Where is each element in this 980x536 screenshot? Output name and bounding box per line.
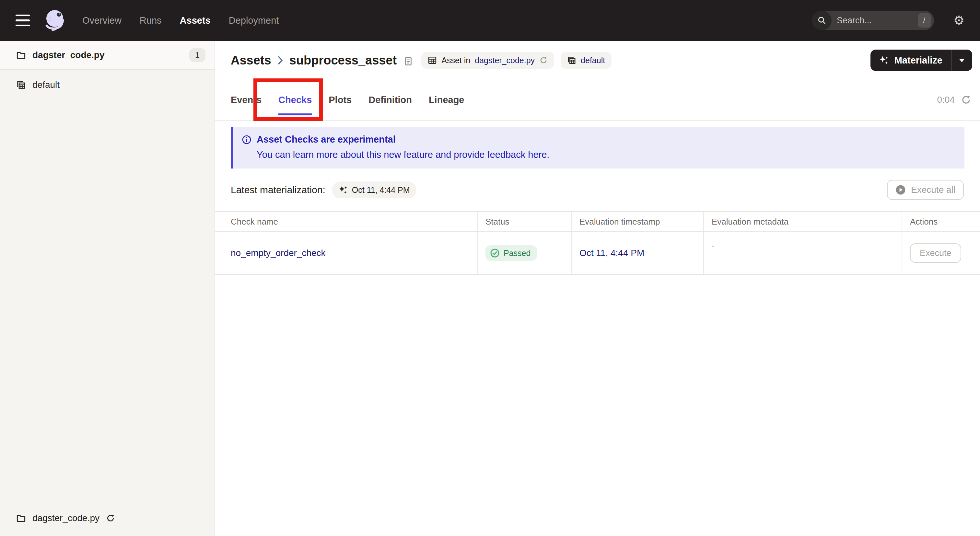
breadcrumb: Assets subprocess_asset [231, 54, 397, 67]
sidebar-item-label: default [32, 80, 60, 90]
asset-header: Assets subprocess_asset [215, 41, 980, 80]
banner-title-row: Asset Checks are experimental [242, 134, 954, 145]
settings-gear-icon[interactable]: ⚙ [953, 14, 964, 27]
execute-all-button[interactable]: Execute all [887, 180, 964, 200]
column-header-status: Status [478, 212, 572, 231]
dagster-logo[interactable] [41, 7, 68, 34]
column-header-actions: Actions [902, 212, 980, 231]
nav-item-runs[interactable]: Runs [140, 15, 162, 26]
sidebar-item-default-group[interactable]: default [0, 70, 215, 100]
copy-asset-name-icon[interactable] [403, 56, 414, 66]
primary-nav: Overview Runs Assets Deployment [82, 15, 279, 26]
tab-definition[interactable]: Definition [369, 80, 412, 120]
search-icon [812, 11, 832, 30]
folder-icon [16, 513, 26, 523]
search-shortcut-key: / [918, 13, 931, 27]
sparkle-icon [879, 55, 889, 65]
latest-materialization-row: Latest materialization: Oct 11, 4:44 PM … [215, 179, 980, 201]
chevron-right-icon [278, 56, 283, 65]
refresh-timer: 0:04 [937, 95, 971, 105]
group-tag-link[interactable]: default [581, 56, 605, 65]
evaluation-metadata-value: - [712, 241, 714, 251]
latest-materialization-pill[interactable]: Oct 11, 4:44 PM [332, 181, 417, 198]
top-nav: Overview Runs Assets Deployment / ⚙ [0, 0, 980, 41]
banner-title: Asset Checks are experimental [257, 134, 396, 145]
group-count-badge: 1 [189, 48, 205, 62]
evaluation-timestamp-link[interactable]: Oct 11, 4:44 PM [579, 248, 644, 258]
status-label: Passed [504, 248, 530, 258]
experimental-banner: Asset Checks are experimental You can le… [231, 127, 964, 169]
materialize-button[interactable]: Materialize [870, 49, 951, 71]
caret-down-icon [959, 59, 965, 62]
sidebar-item-dagster-code[interactable]: dagster_code.py 1 [0, 41, 215, 70]
sidebar-item-label: dagster_code.py [32, 50, 105, 60]
column-header-check-name: Check name [215, 212, 478, 231]
asset-tag-code-link[interactable]: dagster_code.py [475, 56, 535, 65]
table-header: Check name Status Evaluation timestamp E… [215, 212, 980, 232]
execute-button[interactable]: Execute [910, 243, 961, 263]
breadcrumb-assets-link[interactable]: Assets [231, 54, 271, 67]
latest-materialization-label: Latest materialization: [231, 184, 325, 196]
folder-icon [16, 50, 26, 60]
nav-item-overview[interactable]: Overview [82, 15, 121, 26]
sparkle-icon [338, 185, 348, 195]
asset-group-tag: default [561, 52, 611, 69]
refresh-icon[interactable] [539, 56, 548, 65]
banner-body: You can learn more about this new featur… [257, 150, 954, 160]
column-header-evaluation-timestamp: Evaluation timestamp [572, 212, 704, 231]
column-header-evaluation-metadata: Evaluation metadata [704, 212, 902, 231]
reload-location-icon[interactable] [106, 514, 115, 523]
tab-lineage[interactable]: Lineage [429, 80, 465, 120]
asset-group-icon [16, 80, 26, 90]
tab-events[interactable]: Events [231, 80, 261, 120]
table-grid-icon [428, 56, 437, 65]
sidebar-code-location[interactable]: dagster_code.py [0, 500, 215, 536]
tab-checks[interactable]: Checks [278, 80, 312, 120]
check-name-link[interactable]: no_empty_order_check [231, 248, 326, 258]
nav-item-assets[interactable]: Assets [180, 15, 211, 26]
play-circle-icon [896, 185, 906, 195]
refresh-countdown: 0:04 [937, 95, 955, 105]
main-content: Assets subprocess_asset [215, 41, 980, 536]
materialize-label: Materialize [894, 55, 942, 66]
latest-materialization-time: Oct 11, 4:44 PM [352, 185, 410, 195]
materialize-dropdown-button[interactable] [951, 49, 972, 71]
asset-tag-prefix: Asset in [441, 56, 470, 65]
asset-groups-sidebar: dagster_code.py 1 default dagster_code.p… [0, 41, 215, 536]
table-row: no_empty_order_check Passed Oct 11, 4:44… [215, 232, 980, 275]
code-location-label: dagster_code.py [32, 513, 100, 523]
asset-name-title: subprocess_asset [290, 54, 397, 67]
asset-group-icon [567, 56, 576, 65]
checks-table: Check name Status Evaluation timestamp E… [215, 211, 980, 275]
refresh-icon[interactable] [961, 95, 971, 105]
nav-item-deployment[interactable]: Deployment [229, 15, 279, 26]
status-badge: Passed [485, 245, 537, 261]
search-box: / [812, 11, 934, 30]
check-circle-icon [490, 248, 500, 258]
menu-icon[interactable] [16, 14, 30, 26]
feedback-link[interactable]: here [528, 150, 547, 160]
materialize-split-button: Materialize [870, 49, 972, 71]
search-input[interactable] [832, 16, 918, 25]
tab-plots[interactable]: Plots [329, 80, 352, 120]
asset-tabs: Events Checks Plots Definition Lineage 0… [215, 80, 980, 121]
info-icon [242, 135, 251, 145]
asset-definition-tag: Asset in dagster_code.py [421, 52, 554, 69]
